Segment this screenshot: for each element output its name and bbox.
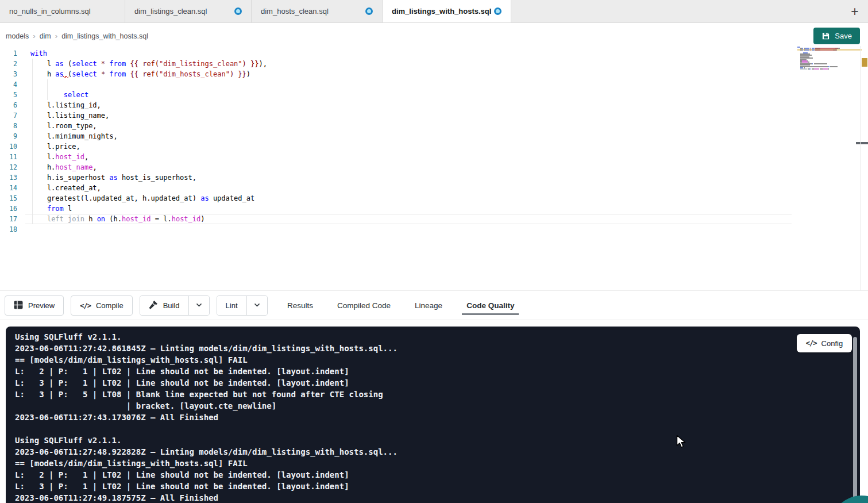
save-icon	[821, 32, 830, 40]
editor-tab[interactable]: dim_hosts_clean.sql	[252, 0, 383, 22]
code-line[interactable]: 13 h.is_superhost as host_is_superhost,	[0, 172, 267, 183]
line-number: 10	[0, 141, 17, 152]
table-icon	[14, 301, 23, 311]
code-line[interactable]: 12 h.host_name,	[0, 162, 267, 172]
lint-button-group: Lint	[217, 295, 268, 316]
tab-label: dim_hosts_clean.sql	[261, 7, 329, 16]
terminal-line: L: 2 | P: 1 | LT02 | Line should not be …	[15, 366, 860, 377]
code-text: l.price,	[30, 141, 80, 152]
breadcrumb: models›dim›dim_listings_with_hosts.sql	[6, 24, 148, 48]
code-line[interactable]: 5 select	[0, 90, 267, 100]
code-line[interactable]: 10 l.price,	[0, 141, 267, 152]
line-number: 7	[0, 110, 17, 121]
code-lines: 1with2 l as (select * from {{ ref("dim_l…	[0, 48, 267, 235]
terminal-line: L: 2 | P: 1 | LT02 | Line should not be …	[15, 469, 860, 481]
line-number: 15	[0, 193, 17, 203]
code-line[interactable]: 18	[0, 224, 267, 235]
overview-warning-marker	[862, 58, 867, 67]
code-icon: </>	[806, 339, 817, 347]
terminal-line: L: 3 | P: 1 | LT02 | Line should not be …	[15, 481, 860, 492]
terminal-line: 2023-06-06T11:27:43.173076Z — All Finish…	[15, 412, 860, 423]
panel-tab-compiled-code[interactable]: Compiled Code	[333, 296, 395, 315]
breadcrumb-item[interactable]: dim	[40, 32, 51, 40]
terminal-panel: Using SQLFluff v2.1.1.2023-06-06T11:27:4…	[6, 327, 860, 503]
editor-tab[interactable]: dim_listings_clean.sql	[125, 0, 252, 22]
code-text: l.minimum_nights,	[30, 131, 118, 141]
config-label: Config	[821, 339, 843, 348]
save-button[interactable]: Save	[813, 28, 860, 44]
code-line[interactable]: 9 l.minimum_nights,	[0, 131, 267, 141]
panel-tab-results[interactable]: Results	[283, 296, 318, 315]
line-number: 12	[0, 162, 17, 172]
chevron-down-icon	[195, 301, 203, 310]
code-line[interactable]: 6 l.listing_id,	[0, 100, 267, 110]
bottom-panel: Preview</>CompileBuildLint ResultsCompil…	[0, 290, 868, 503]
terminal-line: 2023-06-06T11:27:49.187575Z — All Finish…	[15, 492, 860, 503]
new-tab-button[interactable]: +	[847, 3, 863, 20]
code-text: h as (select * from {{ ref("dim_hosts_cl…	[30, 69, 250, 79]
minimap[interactable]	[797, 46, 861, 118]
breadcrumb-item[interactable]: dim_listings_with_hosts.sql	[61, 32, 148, 40]
overview-cursor-marker	[856, 142, 868, 144]
code-text: from l	[30, 203, 72, 214]
config-button[interactable]: </> Config	[797, 334, 852, 352]
terminal-line: Using SQLFluff v2.1.1.	[15, 331, 860, 343]
code-line[interactable]: 15 greatest(l.updated_at, h.updated_at) …	[0, 193, 267, 203]
compile-button[interactable]: </>Compile	[71, 295, 132, 316]
line-number: 5	[0, 90, 17, 100]
code-line[interactable]: 4	[0, 79, 267, 90]
code-line[interactable]: 7 l.listing_name,	[0, 110, 267, 121]
terminal-scrollbar[interactable]	[853, 337, 857, 503]
unsaved-changes-icon	[494, 7, 501, 15]
code-text: l.listing_id,	[30, 100, 101, 110]
minimap-line	[797, 49, 837, 51]
code-line[interactable]: 14 l.created_at,	[0, 183, 267, 193]
panel-tabs: ResultsCompiled CodeLineageCode Quality	[283, 291, 519, 320]
terminal-line: L: 3 | P: 1 | LT02 | Line should not be …	[15, 377, 860, 389]
line-number: 6	[0, 100, 17, 110]
editor-tab[interactable]: dim_listings_with_hosts.sql	[383, 0, 511, 22]
code-text: with	[30, 48, 47, 59]
minimap-line	[797, 68, 829, 70]
code-icon: </>	[80, 301, 91, 310]
code-line[interactable]: 1with	[0, 48, 267, 59]
editor-tab[interactable]: no_nulls_in_columns.sql	[0, 0, 125, 22]
code-text: h.is_superhost as host_is_superhost,	[30, 172, 196, 183]
tab-label: no_nulls_in_columns.sql	[9, 7, 91, 16]
code-text: l.listing_name,	[30, 110, 109, 121]
build-dropdown-button[interactable]	[188, 296, 209, 315]
build-button[interactable]: Build	[140, 296, 188, 315]
code-line[interactable]: 8 l.room_type,	[0, 121, 267, 131]
lint-dropdown-button[interactable]	[246, 296, 267, 315]
code-line[interactable]: 16 from l	[0, 203, 267, 214]
line-number: 4	[0, 79, 17, 90]
indent-guide	[47, 79, 48, 100]
chevron-down-icon	[253, 301, 261, 310]
terminal-line: | bracket. [layout.cte_newline]	[15, 400, 860, 412]
lint-button[interactable]: Lint	[217, 296, 246, 315]
panel-tab-code-quality[interactable]: Code Quality	[462, 296, 519, 315]
editor-tab-bar: no_nulls_in_columns.sqldim_listings_clea…	[0, 0, 868, 23]
line-number: 13	[0, 172, 17, 183]
chevron-right-icon: ›	[55, 32, 57, 40]
code-editor[interactable]: 1with2 l as (select * from {{ ref("dim_l…	[0, 48, 868, 290]
panel-tab-lineage[interactable]: Lineage	[410, 296, 447, 315]
line-number: 2	[0, 59, 17, 69]
terminal-line: == [models/dim/dim_listings_with_hosts.s…	[15, 458, 860, 469]
code-line[interactable]: 2 l as (select * from {{ ref("dim_listin…	[0, 59, 267, 69]
code-text: l.host_id,	[30, 152, 88, 162]
preview-button[interactable]: Preview	[5, 295, 64, 316]
line-number: 1	[0, 48, 17, 59]
code-text: l as (select * from {{ ref("dim_listings…	[30, 59, 267, 69]
code-text: greatest(l.updated_at, h.updated_at) as …	[30, 193, 254, 203]
code-line[interactable]: 3 h as (select * from {{ ref("dim_hosts_…	[0, 69, 267, 79]
code-line[interactable]: 17 left join h on (h.host_id = l.host_id…	[0, 214, 267, 224]
editor-scrollbar-track	[860, 46, 861, 290]
breadcrumb-item[interactable]: models	[6, 32, 29, 40]
panel-header: Preview</>CompileBuildLint ResultsCompil…	[0, 291, 868, 320]
line-number: 9	[0, 131, 17, 141]
preview-label: Preview	[28, 301, 55, 310]
terminal-line	[15, 423, 860, 435]
code-line[interactable]: 11 l.host_id,	[0, 152, 267, 162]
line-number: 14	[0, 183, 17, 193]
